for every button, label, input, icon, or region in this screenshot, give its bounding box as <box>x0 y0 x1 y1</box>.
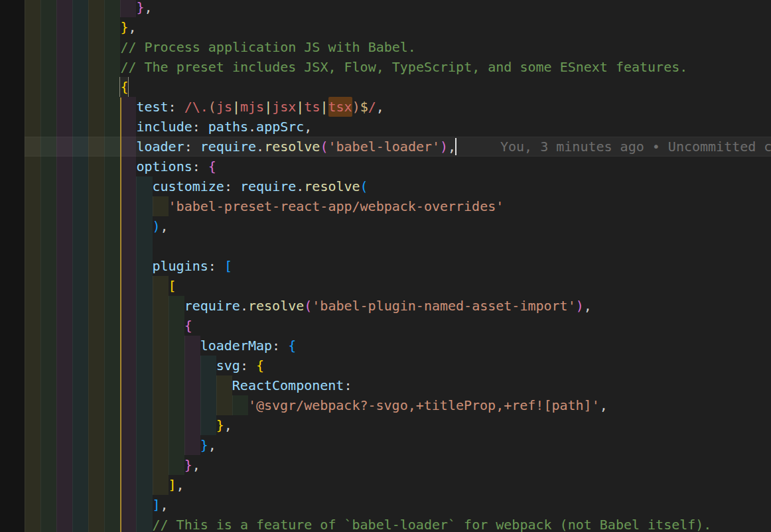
code-line-12[interactable]: ), <box>25 216 771 236</box>
indent-column <box>120 435 136 455</box>
code-line-14[interactable]: plugins: [ <box>25 256 771 276</box>
indent-column <box>56 0 72 17</box>
token: , <box>128 17 136 37</box>
indent-column <box>40 395 56 415</box>
code-line-27[interactable]: // This is a feature of `babel-loader` f… <box>25 515 771 532</box>
code-line-21[interactable]: '@svgr/webpack?-svgo,+titleProp,+ref![pa… <box>25 395 771 415</box>
indent-column <box>120 455 136 475</box>
code-line-22[interactable]: }, <box>25 415 771 435</box>
code-line-26[interactable]: ], <box>25 495 771 515</box>
token: } <box>120 17 128 37</box>
indent-column <box>184 415 200 435</box>
code-line-24[interactable]: }, <box>25 455 771 475</box>
indent-column <box>25 515 40 532</box>
code-line-10[interactable]: customize: require.resolve( <box>25 176 771 196</box>
indent-column <box>88 0 104 17</box>
indent-column <box>72 97 88 117</box>
indent-column <box>216 375 232 395</box>
indent-column <box>136 435 152 455</box>
indent-column <box>136 375 152 395</box>
indent-column <box>40 0 56 17</box>
code-line-7[interactable]: include: paths.appSrc, <box>25 117 771 137</box>
indent-column <box>72 117 88 137</box>
code-line-6[interactable]: test: /\.(js|mjs|jsx|ts|tsx)$/, <box>25 97 771 117</box>
indent-column <box>88 17 104 37</box>
indent-column <box>25 356 40 375</box>
indent-column <box>184 375 200 395</box>
token: { <box>288 336 296 356</box>
indent-column <box>40 336 56 356</box>
code-line-15[interactable]: [ <box>25 276 771 296</box>
indent-column <box>104 17 120 37</box>
indent-column <box>88 216 104 236</box>
indent-column <box>25 37 40 57</box>
code-line-18[interactable]: loaderMap: { <box>25 336 771 356</box>
token: . <box>296 176 304 196</box>
indent-column <box>56 375 72 395</box>
indent-column <box>40 37 56 57</box>
indent-column <box>153 196 169 216</box>
indent-column <box>104 256 120 276</box>
indent-column <box>72 515 88 532</box>
indent-column <box>56 57 72 77</box>
token: appSrc <box>256 117 304 137</box>
indent-column <box>40 276 56 296</box>
code-line-25[interactable]: ], <box>25 475 771 495</box>
token: ] <box>169 475 176 495</box>
indent-column <box>88 117 104 137</box>
indent-column <box>72 157 88 176</box>
code-editor: },},// Process application JS with Babel… <box>0 0 771 532</box>
token: : <box>192 117 208 137</box>
indent-column <box>88 37 104 57</box>
indent-column <box>40 356 56 375</box>
indent-column <box>169 336 184 356</box>
code-line-16[interactable]: require.resolve('babel-plugin-named-asse… <box>25 296 771 316</box>
code-line-17[interactable]: { <box>25 316 771 336</box>
token: : <box>169 97 184 117</box>
indent-column <box>216 395 232 415</box>
indent-column <box>104 495 120 515</box>
indent-column <box>120 495 136 515</box>
indent-column <box>25 0 40 17</box>
code-line-11[interactable]: 'babel-preset-react-app/webpack-override… <box>25 196 771 216</box>
code-line-23[interactable]: }, <box>25 435 771 455</box>
indent-column <box>169 316 184 336</box>
indent-column <box>104 157 120 176</box>
indent-column <box>56 236 72 256</box>
indent-column <box>120 157 136 176</box>
indent-column <box>136 296 152 316</box>
token: /\. <box>184 97 208 117</box>
indent-column <box>104 196 120 216</box>
indent-column <box>72 336 88 356</box>
indent-column <box>136 256 152 276</box>
token: resolve <box>304 176 360 196</box>
indent-column <box>72 37 88 57</box>
code-line-1[interactable]: }, <box>25 0 771 17</box>
code-line-19[interactable]: svg: { <box>25 356 771 375</box>
indent-column <box>56 316 72 336</box>
code-line-3[interactable]: // Process application JS with Babel. <box>25 37 771 57</box>
token: | <box>296 97 304 117</box>
code-line-5[interactable]: { <box>25 77 771 97</box>
indent-column <box>40 256 56 276</box>
indent-column <box>184 435 200 455</box>
indent-column <box>120 176 136 196</box>
token: ( <box>304 296 312 316</box>
indent-column <box>72 137 88 157</box>
indent-column <box>88 336 104 356</box>
indent-column <box>40 236 56 256</box>
indent-column <box>56 276 72 296</box>
code-line-4[interactable]: // The preset includes JSX, Flow, TypeSc… <box>25 57 771 77</box>
code-line-2[interactable]: }, <box>25 17 771 37</box>
indent-column <box>136 216 152 236</box>
indent-column <box>200 375 216 395</box>
indent-column <box>120 316 136 336</box>
code-line-13[interactable] <box>25 236 771 256</box>
indent-column <box>88 236 104 256</box>
token: options <box>136 157 192 176</box>
code-line-20[interactable]: ReactComponent: <box>25 375 771 395</box>
indent-column <box>88 435 104 455</box>
token: loaderMap <box>200 336 272 356</box>
code-line-9[interactable]: options: { <box>25 157 771 176</box>
indent-column <box>25 97 40 117</box>
